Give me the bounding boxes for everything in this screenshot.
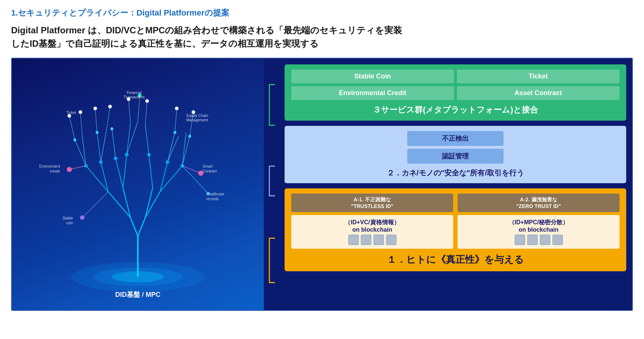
svg-point-56: [147, 153, 151, 157]
svg-line-29: [69, 116, 75, 140]
svg-line-30: [80, 112, 82, 136]
panel-yellow-title: １．ヒトに《真正性》を与える: [291, 253, 620, 266]
service-stable-coin: Stable Coin: [291, 70, 454, 83]
service-ticket: Ticket: [457, 70, 620, 83]
svg-line-19: [97, 132, 101, 162]
svg-point-44: [145, 99, 149, 103]
trustless-id-content: （ID+VC/資格情報） on blockchain: [291, 215, 453, 249]
svg-text:Environment: Environment: [39, 164, 60, 168]
svg-line-16: [149, 155, 153, 188]
id-col-2: A-2. 漏洩無害な"ZERO TRUST ID" （ID+MPC/秘密分散） …: [458, 194, 620, 249]
svg-text:Transactions: Transactions: [124, 95, 145, 99]
svg-line-64: [82, 192, 108, 218]
service-asset-contract: Asset Contract: [457, 86, 620, 100]
svg-line-32: [106, 107, 110, 131]
svg-text:Ticket: Ticket: [66, 111, 76, 115]
tree-illustration: Financial Transactions Supply Chain Mana…: [12, 58, 264, 310]
svg-line-34: [138, 95, 140, 121]
svg-line-20: [101, 131, 106, 162]
svg-line-24: [145, 125, 149, 155]
svg-line-5: [138, 218, 145, 236]
svg-point-55: [125, 153, 129, 157]
page-description: Digital Platformer は、DID/VCとMPCの組み合わせで構築…: [11, 24, 633, 50]
svg-line-36: [175, 108, 177, 132]
page-title: 1.セキュリティとプライバシー：Digital Platformerの提案: [11, 7, 633, 19]
svg-text:Management: Management: [186, 118, 208, 122]
svg-line-21: [112, 129, 116, 158]
svg-line-35: [145, 101, 147, 125]
svg-point-41: [108, 105, 112, 108]
id-col-1: A-1. 不正困難な"TRUSTLESS ID" （ID+VC/資格情報） on…: [291, 194, 453, 249]
svg-line-4: [130, 218, 138, 236]
panel-green-title: ３サービス群(メタプラットフォーム)と接合: [291, 104, 620, 115]
svg-point-49: [110, 127, 113, 130]
svg-point-54: [114, 157, 117, 160]
panel-blue-title: ２．カネ/モノの"安全な"所有/取引を行う: [291, 168, 620, 178]
svg-text:Financial: Financial: [127, 91, 142, 95]
svg-line-23: [127, 121, 138, 155]
svg-line-28: [182, 132, 186, 166]
did-label: DID基盤 / MPC: [115, 290, 160, 299]
svg-line-9: [145, 188, 153, 218]
svg-line-13: [123, 155, 127, 188]
svg-point-39: [79, 110, 82, 114]
service-env-credit: Environmental Credit: [291, 86, 454, 100]
svg-text:Stable: Stable: [63, 216, 73, 220]
svg-point-79: [207, 192, 210, 195]
zero-trust-id-content: （ID+MPC/秘密分散） on blockchain: [458, 215, 620, 249]
fraud-detection: 不正検出: [407, 131, 504, 146]
id-grid: A-1. 不正困難な"TRUSTLESS ID" （ID+VC/資格情報） on…: [291, 194, 620, 249]
panel-green: Stable Coin Ticket Environmental Credit …: [285, 64, 626, 121]
svg-text:create: create: [50, 169, 60, 173]
svg-line-63: [182, 166, 201, 173]
svg-point-53: [99, 160, 103, 164]
svg-point-50: [173, 131, 176, 134]
svg-text:Smart: Smart: [203, 164, 213, 168]
main-diagram: Financial Transactions Supply Chain Mana…: [11, 58, 633, 311]
fraud-grid: 不正検出 認証管理: [291, 131, 620, 164]
svg-line-12: [116, 158, 123, 188]
auth-management: 認証管理: [407, 149, 504, 164]
panel-yellow: A-1. 不正困難な"TRUSTLESS ID" （ID+VC/資格情報） on…: [285, 188, 626, 271]
svg-text:Supply Chain: Supply Chain: [186, 114, 208, 118]
svg-point-40: [93, 107, 97, 110]
svg-text:coin: coin: [66, 221, 73, 225]
panel-blue: 不正検出 認証管理 ２．カネ/モノの"安全な"所有/取引を行う: [285, 126, 626, 183]
svg-point-51: [188, 135, 191, 138]
svg-line-8: [145, 192, 160, 218]
svg-line-31: [95, 108, 97, 132]
svg-line-33: [129, 99, 130, 123]
svg-text:Contract: Contract: [203, 169, 217, 173]
info-panels: Stable Coin Ticket Environmental Credit …: [279, 58, 632, 310]
svg-point-47: [73, 138, 76, 141]
bracket-connectors: [264, 58, 279, 310]
svg-point-57: [166, 160, 169, 164]
svg-point-48: [96, 131, 99, 134]
svg-line-62: [69, 166, 86, 170]
trustless-id-header: A-1. 不正困難な"TRUSTLESS ID": [291, 194, 453, 212]
zero-trust-id-header: A-2. 漏洩無害な"ZERO TRUST ID": [458, 194, 620, 212]
svg-text:records: records: [206, 197, 219, 201]
service-grid: Stable Coin Ticket Environmental Credit …: [291, 70, 620, 100]
svg-point-45: [175, 107, 179, 110]
svg-line-27: [182, 136, 190, 166]
